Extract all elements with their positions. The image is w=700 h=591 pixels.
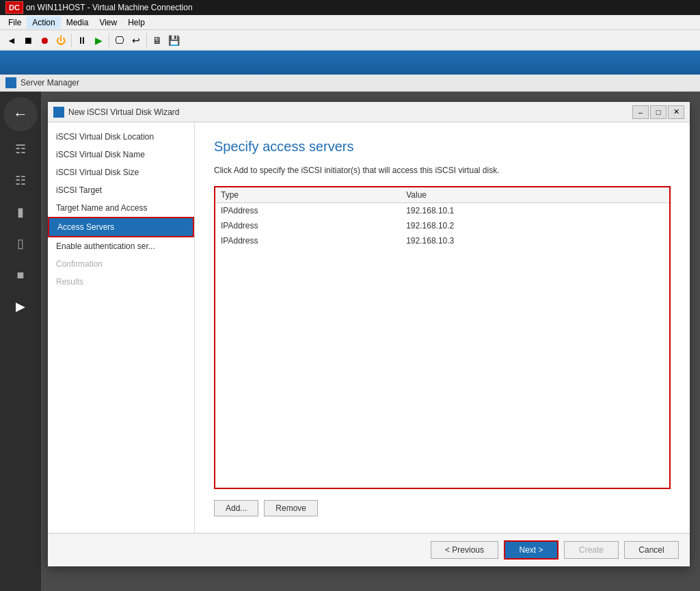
row2-empty (627, 218, 669, 233)
menu-action[interactable]: Action (27, 16, 60, 29)
toolbar-disk-btn[interactable]: 💾 (166, 33, 181, 48)
title-bar: DC on WIN11HOST - Virtual Machine Connec… (0, 0, 700, 15)
row1-empty (627, 203, 669, 219)
row2-type: IPAddress (215, 218, 401, 233)
toolbar-undo-btn[interactable]: ↩ (129, 33, 144, 48)
row1-value: 192.168.10.1 (401, 203, 627, 219)
add-button[interactable]: Add... (214, 500, 258, 516)
sidebar-volumes-icon[interactable]: ▮ (7, 198, 34, 226)
toolbar: ◄ ⏹ ⏺ ⏻ ⏸ ▶ 🖵 ↩ 🖥 💾 (0, 30, 700, 51)
col-value-header: Value (401, 187, 627, 203)
table-row[interactable]: IPAddress 192.168.10.1 (215, 203, 669, 219)
row1-type: IPAddress (215, 203, 401, 219)
server-manager-icon (5, 77, 16, 88)
wizard-nav-enable-auth[interactable]: Enable authentication ser... (48, 237, 194, 255)
sidebar-servers-icon[interactable]: ☷ (7, 167, 34, 194)
cancel-button[interactable]: Cancel (624, 541, 679, 559)
row3-type: IPAddress (215, 233, 401, 248)
toolbar-back-btn[interactable]: ◄ (4, 33, 19, 48)
dialog-controls: – □ ✕ (632, 105, 684, 119)
create-button: Create (564, 541, 619, 559)
dialog-minimize-btn[interactable]: – (632, 105, 649, 119)
wizard-main-panel: Specify access servers Click Add to spec… (195, 122, 690, 533)
dialog-content: iSCSI Virtual Disk Location iSCSI Virtua… (48, 122, 690, 533)
sidebar-back-btn[interactable]: ← (3, 97, 38, 131)
sidebar-dashboard-icon[interactable]: ☶ (7, 135, 34, 163)
toolbar-record-btn[interactable]: ⏺ (37, 33, 52, 48)
toolbar-play-btn[interactable]: ▶ (91, 33, 106, 48)
table-container: Type Value IPAddress 192.168.10.1 (214, 186, 671, 489)
sidebar-shares-icon[interactable]: ▯ (7, 230, 34, 257)
wizard-nav-disk-location[interactable]: iSCSI Virtual Disk Location (48, 128, 194, 146)
menu-help[interactable]: Help (122, 16, 150, 29)
menu-file[interactable]: File (3, 16, 27, 29)
previous-button[interactable]: < Previous (431, 541, 498, 559)
server-manager-label: Server Manager (21, 78, 79, 88)
next-button[interactable]: Next > (504, 540, 558, 560)
server-manager-bar: Server Manager (0, 75, 700, 92)
row3-value: 192.168.10.3 (401, 233, 627, 248)
dialog-close-btn[interactable]: ✕ (668, 105, 684, 119)
wizard-overlay: New iSCSI Virtual Disk Wizard – □ ✕ iSCS… (38, 92, 700, 591)
dialog-titlebar: New iSCSI Virtual Disk Wizard – □ ✕ (48, 102, 690, 122)
table-row[interactable]: IPAddress 192.168.10.2 (215, 218, 669, 233)
blue-band (0, 51, 700, 75)
wizard-page-title: Specify access servers (214, 139, 671, 155)
wizard-nav: iSCSI Virtual Disk Location iSCSI Virtua… (48, 122, 195, 533)
wizard-nav-disk-size[interactable]: iSCSI Virtual Disk Size (48, 163, 194, 181)
wizard-nav-target[interactable]: iSCSI Target (48, 181, 194, 199)
menu-media[interactable]: Media (61, 16, 94, 29)
menu-bar: File Action Media View Help (0, 15, 700, 30)
toolbar-monitor-btn[interactable]: 🖥 (150, 33, 165, 48)
toolbar-sep3 (146, 34, 147, 47)
col-type-header: Type (215, 187, 401, 203)
dc-badge: DC (5, 1, 23, 14)
wizard-nav-access-servers[interactable]: Access Servers (48, 217, 194, 237)
dialog-footer: < Previous Next > Create Cancel (48, 533, 690, 566)
dialog-title-icon (53, 107, 64, 118)
menu-view[interactable]: View (94, 16, 122, 29)
toolbar-pause-btn[interactable]: ⏸ (75, 33, 90, 48)
toolbar-stop-btn[interactable]: ⏹ (21, 33, 36, 48)
table-row[interactable]: IPAddress 192.168.10.3 (215, 233, 669, 248)
sidebar-more-icon[interactable]: ▶ (7, 293, 34, 320)
toolbar-sep2 (109, 34, 109, 47)
toolbar-sep1 (71, 34, 72, 47)
sidebar-iscsi-icon[interactable]: ■ (7, 261, 34, 289)
wizard-nav-target-name[interactable]: Target Name and Access (48, 199, 194, 217)
wizard-nav-disk-name[interactable]: iSCSI Virtual Disk Name (48, 146, 194, 163)
dialog-title-text: New iSCSI Virtual Disk Wizard (68, 107, 632, 117)
wizard-nav-confirmation: Confirmation (48, 255, 194, 273)
toolbar-power-btn[interactable]: ⏻ (53, 33, 68, 48)
wizard-nav-results: Results (48, 273, 194, 291)
wizard-dialog: New iSCSI Virtual Disk Wizard – □ ✕ iSCS… (48, 102, 690, 566)
row2-value: 192.168.10.2 (401, 218, 627, 233)
data-table: Type Value IPAddress 192.168.10.1 (215, 187, 669, 248)
col-empty-header (627, 187, 669, 203)
dialog-maximize-btn[interactable]: □ (650, 105, 667, 119)
row3-empty (627, 233, 669, 248)
table-button-row: Add... Remove (214, 500, 671, 516)
remove-button[interactable]: Remove (264, 500, 318, 516)
toolbar-screen-btn[interactable]: 🖵 (112, 33, 127, 48)
wizard-description: Click Add to specify the iSCSI initiator… (214, 166, 671, 175)
title-text: on WIN11HOST - Virtual Machine Connectio… (26, 3, 193, 12)
left-sidebar: ← ☶ ☷ ▮ ▯ ■ ▶ (0, 92, 41, 591)
